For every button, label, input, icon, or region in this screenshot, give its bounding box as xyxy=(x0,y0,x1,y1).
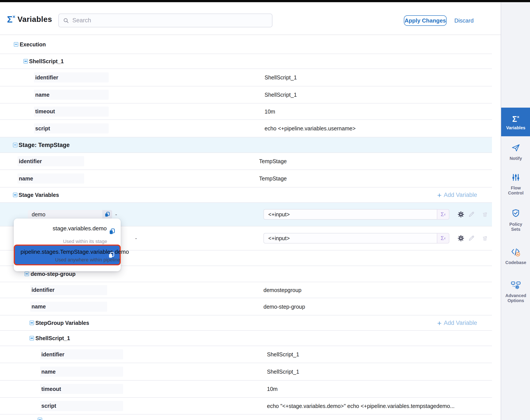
table-row: nameShellScript_1 xyxy=(0,86,492,104)
table-row: Stage: TempStage xyxy=(0,137,492,153)
shield-check-icon xyxy=(511,208,520,219)
sliders-icon xyxy=(511,173,520,183)
tree-node-label: Execution xyxy=(20,41,46,47)
variables-sigma-icon: Σ× xyxy=(7,13,15,24)
settings-gear-icon[interactable] xyxy=(457,235,464,242)
edit-pencil-icon[interactable] xyxy=(468,235,475,242)
add-variable-label: Add Variable xyxy=(444,320,477,326)
variable-type-dash: - xyxy=(135,235,137,241)
table-row: nameShellScript_1 xyxy=(0,363,492,381)
variable-reference-option-stage[interactable]: stage.variables.demo Used within its sta… xyxy=(19,225,116,244)
sidebar-item-label: AdvancedOptions xyxy=(505,293,526,303)
sidebar-item-codebase[interactable]: Codebase xyxy=(501,248,530,265)
collapse-minus-icon[interactable] xyxy=(23,59,28,64)
field-value: ShellScript_1 xyxy=(267,351,299,358)
field-label: identifier xyxy=(34,74,58,81)
copy-icon[interactable] xyxy=(109,228,116,236)
collapse-minus-icon[interactable] xyxy=(29,336,34,341)
code-warning-icon xyxy=(511,248,521,257)
field-label-chip: identifier xyxy=(40,349,123,360)
variable-reference-option-pipeline[interactable]: pipeline.stages.TempStage.variables.demo… xyxy=(14,245,121,265)
discard-button[interactable]: Discard xyxy=(454,15,474,26)
table-row: timeout10m xyxy=(0,104,492,120)
reference-path: stage.variables.demo xyxy=(53,225,107,232)
tree-node-label: demo-step-group xyxy=(31,271,76,277)
field-value: ShellScript_1 xyxy=(265,74,297,81)
paper-plane-icon xyxy=(511,143,521,153)
field-label: script xyxy=(40,403,56,409)
field-label-chip: name xyxy=(30,302,107,312)
tree-node-label: ShellScript_1 xyxy=(35,335,70,342)
search-input[interactable]: Search xyxy=(58,14,272,27)
edit-pencil-icon[interactable] xyxy=(468,211,475,218)
collapse-minus-icon[interactable] xyxy=(38,418,42,420)
reference-scope-hint: Used within its stage xyxy=(19,239,116,244)
plus-icon: + xyxy=(437,320,442,326)
sidebar-item-label: Variables xyxy=(506,125,525,130)
field-value: echo "<+stage.variables.demo>" echo <+pi… xyxy=(267,403,455,409)
sidebar-item-label: Codebase xyxy=(505,260,526,265)
collapse-minus-icon[interactable] xyxy=(13,143,17,147)
add-variable-button[interactable]: +Add Variable xyxy=(437,192,477,198)
sidebar-item-policy-sets[interactable]: PolicySets xyxy=(501,208,530,232)
collapse-minus-icon[interactable] xyxy=(13,193,17,197)
tree-node-label: Stage: TempStage xyxy=(19,142,70,148)
field-label-chip: identifier xyxy=(30,285,107,295)
runtime-input-sigma-button[interactable]: Σx xyxy=(437,209,449,220)
field-value: demostepgroup xyxy=(264,287,302,293)
table-row: identifierShellScript_1 xyxy=(0,346,492,363)
field-label-chip: identifier xyxy=(34,72,109,82)
field-label-chip: name xyxy=(34,90,109,100)
table-row: Stage Variables+Add Variable xyxy=(0,187,492,203)
sidebar-item-notify[interactable]: Notify xyxy=(501,143,530,161)
table-row: Execution xyxy=(0,35,492,54)
variables-panel: Σ× Variables Search Apply Changes Discar… xyxy=(0,0,530,420)
delete-trash-icon[interactable] xyxy=(482,211,488,218)
field-label: name xyxy=(30,303,46,310)
tree-node-label: Stage Variables xyxy=(19,192,59,198)
flow-gear-icon xyxy=(511,280,521,290)
plus-icon: + xyxy=(437,192,442,198)
sidebar-item-label: FlowControl xyxy=(508,185,523,195)
runtime-input-sigma-button[interactable]: Σx xyxy=(437,233,449,243)
field-label-chip: script xyxy=(40,401,123,411)
table-row: identifierShellScript_1 xyxy=(0,69,492,86)
field-label-chip: name xyxy=(17,173,84,183)
sidebar-item-flow-control[interactable]: FlowControl xyxy=(501,173,530,195)
settings-gear-icon[interactable] xyxy=(457,211,464,218)
field-label-chip: timeout xyxy=(34,106,109,117)
field-value: ShellScript_1 xyxy=(267,369,299,375)
add-variable-label: Add Variable xyxy=(444,192,477,198)
field-label: identifier xyxy=(30,287,55,293)
variable-value-input[interactable]: <+input> xyxy=(264,233,437,243)
apply-changes-button[interactable]: Apply Changes xyxy=(404,15,447,26)
collapse-minus-icon[interactable] xyxy=(14,42,18,46)
variable-value-control: <+input>Σx xyxy=(264,233,449,243)
variable-name-input[interactable]: demo xyxy=(28,210,112,219)
table-row: identifierdemostepgroup xyxy=(0,282,492,298)
field-label: identifier xyxy=(40,351,64,358)
variable-value-input[interactable]: <+input> xyxy=(264,209,437,220)
field-value: TempStage xyxy=(259,158,287,165)
search-icon xyxy=(63,17,69,24)
copy-icon[interactable] xyxy=(102,210,112,219)
table-row: scriptecho "<+stage.variables.demo>" ech… xyxy=(0,398,492,415)
add-variable-button[interactable]: +Add Variable xyxy=(437,320,477,326)
table-row: scriptecho <+pipeline.variables.username… xyxy=(0,120,492,137)
page-title: Variables xyxy=(17,15,52,24)
collapse-minus-icon[interactable] xyxy=(25,272,29,276)
copy-icon[interactable] xyxy=(108,252,115,259)
variable-value-control: <+input>Σx xyxy=(264,209,449,220)
collapse-minus-icon[interactable] xyxy=(29,321,34,325)
table-row: timeout10m xyxy=(0,381,492,398)
variable-type-dash: - xyxy=(115,211,117,218)
delete-trash-icon[interactable] xyxy=(482,235,488,242)
sidebar-item-label: PolicySets xyxy=(509,222,522,232)
table-row: ShellScript_1 xyxy=(0,331,492,346)
field-label: identifier xyxy=(17,158,42,165)
sidebar-item-advanced-options[interactable]: AdvancedOptions xyxy=(501,280,530,303)
field-label: timeout xyxy=(34,108,55,115)
field-label: script xyxy=(34,125,50,132)
tree-node-label: ShellScript_1 xyxy=(29,58,64,64)
sidebar-item-variables[interactable]: Σ×Variables xyxy=(501,108,530,136)
